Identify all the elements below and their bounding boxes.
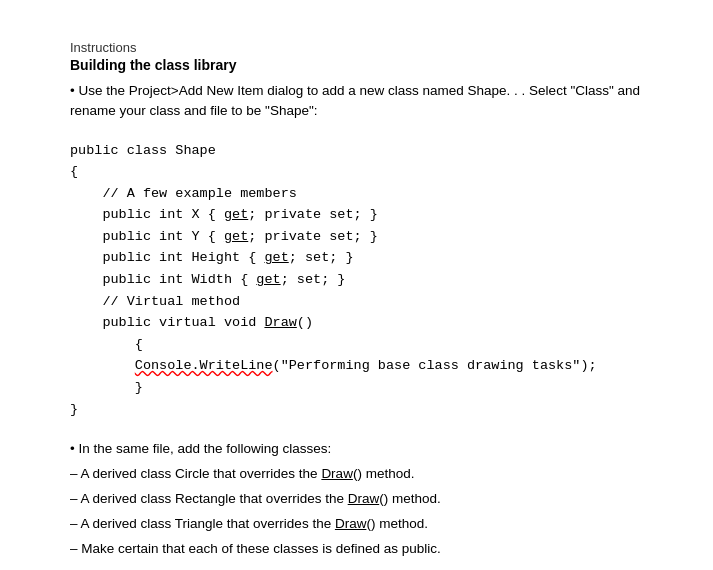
console-writeline: Console.WriteLine bbox=[135, 358, 273, 373]
code-line-13: } bbox=[70, 399, 653, 421]
get-underline-x: get bbox=[224, 207, 248, 222]
bullet-line-1: • In the same file, add the following cl… bbox=[70, 438, 653, 461]
code-line-11: Console.WriteLine("Performing base class… bbox=[70, 355, 653, 377]
code-block: public class Shape { // A few example me… bbox=[70, 140, 653, 421]
get-underline-w: get bbox=[256, 272, 280, 287]
code-line-4: public int X { get; private set; } bbox=[70, 204, 653, 226]
bullet-line-3: – A derived class Rectangle that overrid… bbox=[70, 488, 653, 511]
code-line-6: public int Height { get; set; } bbox=[70, 247, 653, 269]
intro-text: • Use the Project>Add New Item dialog to… bbox=[70, 81, 653, 122]
bullet-line-5: – Make certain that each of these classe… bbox=[70, 538, 653, 561]
code-line-2: { bbox=[70, 161, 653, 183]
code-line-1: public class Shape bbox=[70, 140, 653, 162]
code-line-8: // Virtual method bbox=[70, 291, 653, 313]
code-line-3: // A few example members bbox=[70, 183, 653, 205]
code-line-12: } bbox=[70, 377, 653, 399]
code-line-9: public virtual void Draw() bbox=[70, 312, 653, 334]
draw-underline-rect: Draw bbox=[348, 491, 380, 506]
get-underline-y: get bbox=[224, 229, 248, 244]
page-title: Building the class library bbox=[70, 57, 653, 73]
code-line-10: { bbox=[70, 334, 653, 356]
draw-underline-tri: Draw bbox=[335, 516, 367, 531]
code-line-5: public int Y { get; private set; } bbox=[70, 226, 653, 248]
code-line-7: public int Width { get; set; } bbox=[70, 269, 653, 291]
get-underline-h: get bbox=[264, 250, 288, 265]
draw-underline: Draw bbox=[264, 315, 296, 330]
instructions-label: Instructions bbox=[70, 40, 653, 55]
bullet-line-2: – A derived class Circle that overrides … bbox=[70, 463, 653, 486]
bullet-line-4: – A derived class Triangle that override… bbox=[70, 513, 653, 536]
draw-underline-circle: Draw bbox=[321, 466, 353, 481]
bullet-section: • In the same file, add the following cl… bbox=[70, 438, 653, 561]
